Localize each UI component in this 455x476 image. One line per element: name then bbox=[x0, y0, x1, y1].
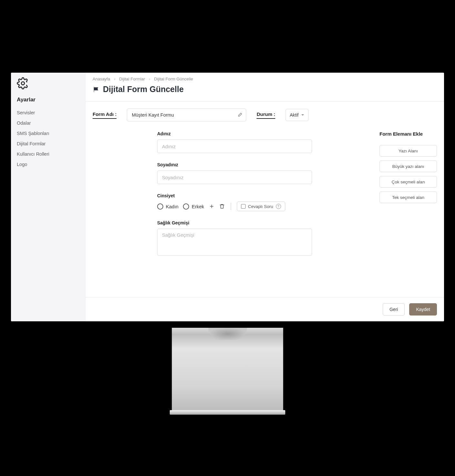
status-value: Aktif bbox=[290, 112, 298, 118]
radio-option-male[interactable]: Erkek bbox=[183, 203, 204, 210]
save-button[interactable]: Kaydet bbox=[409, 303, 437, 316]
element-panel: Form Elemanı Ekle Yazı Alanı Büyük yazı … bbox=[379, 131, 437, 297]
monitor-stand-base bbox=[170, 410, 285, 415]
main-panel: Anasayfa › Dijital Formlar › Dijital For… bbox=[85, 73, 444, 321]
sidebar-item-rooms[interactable]: Odalar bbox=[17, 118, 81, 128]
status-label: Durum : bbox=[257, 111, 275, 119]
monitor-frame: Ayarlar Servisler Odalar SMS Şablonları … bbox=[6, 66, 449, 328]
status-select[interactable]: Aktif bbox=[286, 109, 308, 121]
first-name-input[interactable] bbox=[157, 140, 312, 153]
content-row: Adınız Soyadınız Cinsiyet Kadın bbox=[86, 121, 444, 297]
gender-radio-row: Kadın Erkek Cevaplı Soru bbox=[157, 202, 361, 211]
checkbox-icon bbox=[241, 204, 246, 209]
pencil-icon[interactable] bbox=[237, 112, 242, 118]
sidebar: Ayarlar Servisler Odalar SMS Şablonları … bbox=[11, 73, 85, 321]
answered-label: Cevaplı Soru bbox=[248, 204, 273, 209]
sidebar-item-user-roles[interactable]: Kullanıcı Rolleri bbox=[17, 149, 81, 159]
gear-icon bbox=[17, 77, 29, 89]
form-name-input-wrap bbox=[127, 109, 246, 121]
field-label: Soyadınız bbox=[157, 162, 361, 167]
plus-icon[interactable] bbox=[209, 203, 215, 209]
add-multi-select-button[interactable]: Çok seçmeli alan bbox=[379, 176, 437, 188]
flag-icon bbox=[93, 86, 100, 93]
settings-icon-wrap bbox=[17, 77, 81, 91]
form-canvas: Adınız Soyadınız Cinsiyet Kadın bbox=[93, 131, 370, 297]
field-last-name: Soyadınız bbox=[157, 162, 361, 184]
radio-icon bbox=[183, 203, 189, 210]
radio-option-female[interactable]: Kadın bbox=[157, 203, 178, 210]
field-first-name: Adınız bbox=[157, 131, 361, 153]
chevron-right-icon: › bbox=[149, 77, 150, 81]
back-button[interactable]: Geri bbox=[383, 303, 405, 316]
breadcrumb-item[interactable]: Dijital Formlar bbox=[119, 77, 145, 81]
chevron-down-icon bbox=[301, 113, 304, 117]
monitor-stand bbox=[172, 328, 283, 411]
page-title-text: Dijital Form Güncelle bbox=[103, 85, 184, 94]
add-textarea-button[interactable]: Büyük yazı alanı bbox=[379, 160, 437, 172]
sidebar-title: Ayarlar bbox=[17, 97, 81, 103]
answered-question-toggle[interactable]: Cevaplı Soru ? bbox=[237, 202, 285, 211]
breadcrumb: Anasayfa › Dijital Formlar › Dijital For… bbox=[93, 77, 437, 81]
footer: Geri Kaydet bbox=[86, 297, 444, 321]
breadcrumb-item: Dijital Form Güncelle bbox=[154, 77, 193, 81]
breadcrumb-item[interactable]: Anasayfa bbox=[93, 77, 110, 81]
element-panel-title: Form Elemanı Ekle bbox=[379, 131, 437, 137]
field-label: Sağlık Geçmişi bbox=[157, 220, 361, 225]
field-health: Sağlık Geçmişi bbox=[157, 220, 361, 257]
add-single-select-button[interactable]: Tek seçmeli alan bbox=[379, 191, 437, 203]
form-meta-row: Form Adı : Durum : Aktif bbox=[86, 101, 444, 121]
separator bbox=[231, 203, 231, 210]
radio-icon bbox=[157, 203, 163, 210]
last-name-input[interactable] bbox=[157, 171, 312, 184]
sidebar-item-digital-forms[interactable]: Dijital Formlar bbox=[17, 139, 81, 149]
sidebar-item-sms-templates[interactable]: SMS Şablonları bbox=[17, 128, 81, 139]
radio-label: Kadın bbox=[166, 204, 178, 209]
field-label: Cinsiyet bbox=[157, 193, 361, 198]
form-name-input[interactable] bbox=[127, 109, 246, 121]
sidebar-item-logo[interactable]: Logo bbox=[17, 159, 81, 170]
help-icon: ? bbox=[276, 204, 281, 209]
svg-point-0 bbox=[21, 82, 25, 85]
add-text-field-button[interactable]: Yazı Alanı bbox=[379, 145, 437, 157]
app-screen: Ayarlar Servisler Odalar SMS Şablonları … bbox=[11, 73, 444, 321]
topbar: Anasayfa › Dijital Formlar › Dijital For… bbox=[86, 73, 444, 101]
page-title: Dijital Form Güncelle bbox=[93, 85, 437, 94]
field-label: Adınız bbox=[157, 131, 361, 136]
radio-label: Erkek bbox=[192, 204, 204, 209]
sidebar-item-services[interactable]: Servisler bbox=[17, 108, 81, 118]
trash-icon[interactable] bbox=[219, 203, 225, 209]
field-gender: Cinsiyet Kadın Erkek bbox=[157, 193, 361, 211]
form-name-label: Form Adı : bbox=[93, 111, 116, 119]
health-textarea[interactable] bbox=[157, 229, 312, 256]
chevron-right-icon: › bbox=[114, 77, 115, 81]
